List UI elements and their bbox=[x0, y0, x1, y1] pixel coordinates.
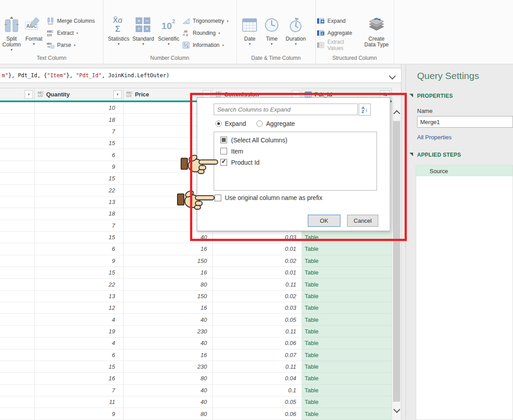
cell-price[interactable]: 40 bbox=[124, 396, 213, 408]
cell-col0[interactable] bbox=[0, 255, 35, 267]
formula-bar[interactable]: m"}, Pdt_Id, {"Item"}, "Pdt_Id", JoinKin… bbox=[0, 68, 401, 83]
formula-expand-chevron-down-icon[interactable] bbox=[389, 73, 396, 80]
cell-pdt_id[interactable]: Table bbox=[302, 314, 392, 325]
vertical-scrollbar[interactable] bbox=[392, 88, 401, 420]
cell-quantity[interactable]: 6 bbox=[35, 243, 124, 255]
properties-section-header[interactable]: PROPERTIES bbox=[417, 93, 453, 99]
cell-col0[interactable] bbox=[0, 161, 35, 173]
cell-pdt_id[interactable]: Table bbox=[302, 302, 392, 314]
cell-commission[interactable]: 0.02 bbox=[213, 255, 302, 267]
filter-dropdown-icon[interactable]: ▾ bbox=[113, 90, 122, 99]
cell-pdt_id[interactable]: Table bbox=[302, 267, 392, 279]
formula-code[interactable]: m"}, Pdt_Id, {"Item"}, "Pdt_Id", JoinKin… bbox=[0, 72, 170, 79]
cell-quantity[interactable]: 6 bbox=[35, 149, 124, 161]
time-button[interactable]: Time▾ bbox=[262, 14, 281, 57]
standard-button[interactable]: +−÷×Standard▾ bbox=[132, 14, 155, 57]
cell-col0[interactable] bbox=[0, 126, 35, 137]
cell-col0[interactable] bbox=[0, 208, 35, 220]
statistics-button[interactable]: X̄σΣStatistics▾ bbox=[107, 14, 130, 57]
cell-pdt_id[interactable]: Table bbox=[302, 255, 392, 267]
filter-dropdown-icon[interactable]: ▾ bbox=[25, 90, 33, 99]
cell-quantity[interactable]: 9 bbox=[35, 255, 124, 267]
cell-quantity[interactable]: 15 bbox=[35, 137, 124, 149]
cell-quantity[interactable]: 11 bbox=[35, 396, 124, 408]
cell-col0[interactable] bbox=[0, 149, 35, 161]
cell-price[interactable]: 80 bbox=[124, 279, 213, 290]
radio-button-icon[interactable] bbox=[215, 121, 222, 127]
cell-pdt_id[interactable]: Table bbox=[302, 243, 392, 255]
cell-pdt_id[interactable]: Table bbox=[302, 291, 392, 302]
cell-price[interactable]: 16 bbox=[124, 267, 213, 279]
cell-col0[interactable] bbox=[0, 196, 35, 208]
ok-button[interactable]: OK bbox=[308, 215, 340, 227]
cell-quantity[interactable]: 4 bbox=[35, 337, 124, 349]
merge-columns-button[interactable]: Merge Columns bbox=[46, 15, 102, 27]
cell-col0[interactable] bbox=[0, 137, 35, 149]
cell-commission[interactable]: 0.03 bbox=[213, 302, 302, 314]
cell-quantity[interactable]: 9 bbox=[35, 161, 124, 173]
cell-col0[interactable] bbox=[0, 220, 35, 232]
cell-quantity[interactable]: 22 bbox=[35, 279, 124, 290]
cell-commission[interactable]: 0.05 bbox=[213, 396, 302, 408]
duration-button[interactable]: Duration▾ bbox=[283, 14, 309, 57]
cell-quantity[interactable]: 15 bbox=[35, 267, 124, 279]
cell-commission[interactable]: 0.06 bbox=[213, 337, 302, 349]
rounding-button[interactable]: .00.0Rounding▾ bbox=[182, 27, 236, 39]
cell-commission[interactable]: 0.1 bbox=[213, 385, 302, 396]
trigonometry-button[interactable]: Trigonometry▾ bbox=[182, 15, 236, 27]
parse-button[interactable]: abcParse▾ bbox=[46, 39, 102, 51]
applied-step-source[interactable]: Source bbox=[416, 166, 513, 176]
all-properties-link[interactable]: All Properties bbox=[417, 134, 451, 141]
cell-pdt_id[interactable]: Table bbox=[302, 232, 392, 243]
sort-az-icon[interactable]: AZ ↓ bbox=[359, 104, 371, 116]
cell-col0[interactable] bbox=[0, 396, 35, 408]
cell-col0[interactable] bbox=[0, 337, 35, 349]
search-columns-input[interactable] bbox=[214, 104, 358, 115]
cell-col0[interactable] bbox=[0, 408, 35, 420]
cell-pdt_id[interactable]: Table bbox=[302, 349, 392, 361]
cell-commission[interactable]: 0.01 bbox=[213, 243, 302, 255]
cell-col0[interactable] bbox=[0, 114, 35, 125]
cell-col0[interactable] bbox=[0, 373, 35, 384]
column-option-item[interactable]: Item bbox=[214, 146, 376, 157]
cell-col0[interactable] bbox=[0, 243, 35, 255]
cell-commission[interactable]: 0.05 bbox=[213, 314, 302, 325]
cell-pdt_id[interactable]: Table bbox=[302, 337, 392, 349]
cell-commission[interactable]: 0.11 bbox=[213, 326, 302, 337]
cell-commission[interactable]: 0.04 bbox=[213, 373, 302, 384]
cell-price[interactable]: 16 bbox=[124, 302, 213, 314]
cell-col0[interactable] bbox=[0, 102, 35, 114]
cell-quantity[interactable]: 9 bbox=[35, 408, 124, 420]
scientific-button[interactable]: 102Scientific▾ bbox=[157, 14, 181, 57]
cell-price[interactable]: 40 bbox=[124, 385, 213, 396]
cell-quantity[interactable]: 18 bbox=[35, 114, 124, 125]
checkbox-icon[interactable] bbox=[220, 159, 227, 166]
checkbox-icon[interactable] bbox=[220, 137, 227, 143]
cell-col0[interactable] bbox=[0, 302, 35, 314]
cell-col0[interactable] bbox=[0, 279, 35, 290]
column-option--select-all-columns-[interactable]: (Select All Columns) bbox=[214, 134, 376, 146]
create-data-type-button[interactable]: Create Data Type bbox=[362, 14, 391, 57]
cell-quantity[interactable]: 19 bbox=[35, 326, 124, 337]
cell-quantity[interactable]: 4 bbox=[35, 314, 124, 325]
column-option-product-id[interactable]: Product Id bbox=[214, 157, 376, 168]
radio-button-icon[interactable] bbox=[256, 121, 263, 127]
cell-commission[interactable]: 0.02 bbox=[213, 291, 302, 302]
aggregate-button[interactable]: ΣAggregate bbox=[317, 27, 361, 39]
cell-quantity[interactable]: 15 bbox=[35, 173, 124, 184]
cell-col0[interactable] bbox=[0, 385, 35, 396]
radio-expand[interactable]: Expand bbox=[215, 120, 246, 127]
query-name-input[interactable] bbox=[417, 116, 513, 128]
date-button[interactable]: Date▾ bbox=[240, 14, 260, 57]
cell-pdt_id[interactable]: Table bbox=[302, 396, 392, 408]
cell-quantity[interactable]: 18 bbox=[35, 208, 124, 220]
prefix-checkbox[interactable] bbox=[215, 195, 221, 201]
cell-quantity[interactable]: 13 bbox=[35, 196, 124, 208]
split-column-button[interactable]: Split Column▾ bbox=[1, 14, 22, 57]
cell-pdt_id[interactable]: Table bbox=[302, 373, 392, 384]
cell-col0[interactable] bbox=[0, 314, 35, 325]
cell-commission[interactable]: 0.11 bbox=[213, 361, 302, 373]
cell-pdt_id[interactable]: Table bbox=[302, 385, 392, 396]
cell-commission[interactable]: 0.01 bbox=[213, 267, 302, 279]
cell-price[interactable]: 150 bbox=[124, 291, 213, 302]
